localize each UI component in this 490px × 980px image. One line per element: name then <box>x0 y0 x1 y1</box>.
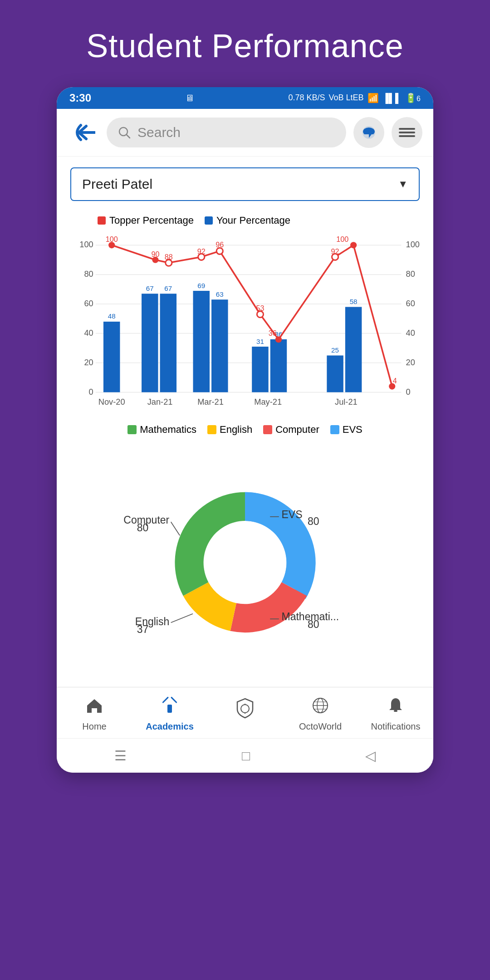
bar-may21a <box>252 347 268 392</box>
svg-text:63: 63 <box>216 290 224 298</box>
svg-rect-57 <box>171 696 177 703</box>
signal-icon: 📶 <box>368 93 379 103</box>
android-menu-button[interactable]: ☰ <box>114 748 127 764</box>
bar-jan21a <box>142 294 158 392</box>
svg-rect-56 <box>162 696 169 703</box>
svg-text:36: 36 <box>269 329 277 337</box>
nav-academics[interactable]: Academics <box>142 696 197 732</box>
android-home-button[interactable]: □ <box>242 748 250 764</box>
topper-legend: Topper Percentage <box>98 215 194 226</box>
main-content: Preeti Patel ▼ Topper Percentage Your Pe… <box>57 157 433 687</box>
dot-100b <box>350 242 357 248</box>
svg-line-1 <box>127 135 130 138</box>
english-color <box>207 425 216 434</box>
subject-legend: Mathematics English Computer EVS <box>70 424 420 436</box>
octoworld-icon <box>311 696 329 719</box>
svg-rect-58 <box>167 705 172 713</box>
svg-text:20: 20 <box>406 358 415 367</box>
octoworld-label: OctoWorld <box>299 721 342 732</box>
signal-bars: ▐▌▌ <box>382 93 402 103</box>
svg-text:0: 0 <box>406 387 411 397</box>
nav-bar: Search <box>57 109 433 157</box>
chat-button[interactable] <box>353 117 384 148</box>
svg-rect-5 <box>399 135 415 137</box>
svg-text:31: 31 <box>256 338 264 345</box>
nav-center[interactable] <box>218 696 272 732</box>
chart-legend: Topper Percentage Your Percentage <box>70 215 420 226</box>
bar-nov20 <box>103 322 120 392</box>
svg-text:88: 88 <box>165 253 173 261</box>
svg-text:80: 80 <box>406 269 415 279</box>
phone-frame: 3:30 🖥 0.78 KB/S VoB LtEB 📶 ▐▌▌ 🔋6 Searc… <box>57 87 433 773</box>
svg-text:60: 60 <box>406 299 415 308</box>
legend-english: English <box>207 424 252 436</box>
svg-text:25: 25 <box>331 346 339 354</box>
svg-rect-4 <box>399 132 415 133</box>
svg-text:92: 92 <box>197 247 206 255</box>
android-nav: ☰ □ ◁ <box>57 738 433 773</box>
svg-text:80: 80 <box>137 522 149 534</box>
nav-octoworld[interactable]: OctoWorld <box>293 696 348 732</box>
search-icon <box>118 126 131 139</box>
dot-36 <box>275 336 282 343</box>
home-label: Home <box>82 721 106 732</box>
your-legend: Your Percentage <box>205 215 290 226</box>
center-shield-icon <box>234 696 256 723</box>
svg-rect-67 <box>394 710 397 712</box>
bell-icon <box>387 696 405 719</box>
android-back-button[interactable]: ◁ <box>365 748 376 764</box>
student-dropdown[interactable]: Preeti Patel ▼ <box>70 167 420 201</box>
svg-point-59 <box>241 705 249 713</box>
svg-text:67: 67 <box>146 284 154 292</box>
svg-text:53: 53 <box>256 304 264 312</box>
svg-text:100: 100 <box>336 235 348 243</box>
svg-text:80: 80 <box>84 269 93 279</box>
evs-label: EVS <box>343 424 363 436</box>
evs-color <box>330 425 339 434</box>
svg-text:100: 100 <box>406 240 420 249</box>
your-color <box>205 216 213 225</box>
bar-line-chart: 100 80 60 40 20 0 100 80 60 40 20 0 <box>70 234 420 417</box>
math-label: Mathematics <box>140 424 196 436</box>
svg-text:96: 96 <box>216 240 224 249</box>
svg-line-52 <box>171 614 193 623</box>
bar-may21b <box>270 339 287 392</box>
svg-text:40: 40 <box>406 328 415 338</box>
svg-text:37: 37 <box>137 624 149 636</box>
computer-label: Computer <box>275 424 319 436</box>
menu-button[interactable] <box>392 117 422 148</box>
notifications-label: Notifications <box>371 721 421 732</box>
academics-label: Academics <box>146 721 194 732</box>
nav-home[interactable]: Home <box>67 696 122 732</box>
svg-line-50 <box>171 522 180 536</box>
bar-mar21b <box>211 299 228 392</box>
page-title: Student Performance <box>86 0 403 87</box>
status-bar: 3:30 🖥 0.78 KB/S VoB LtEB 📶 ▐▌▌ 🔋6 <box>57 87 433 109</box>
status-right: 0.78 KB/S VoB LtEB 📶 ▐▌▌ 🔋6 <box>288 93 421 103</box>
svg-text:40: 40 <box>84 328 93 338</box>
svg-text:20: 20 <box>84 358 93 367</box>
your-label: Your Percentage <box>216 215 290 226</box>
dropdown-arrow-icon: ▼ <box>398 178 408 190</box>
performance-chart: Topper Percentage Your Percentage 100 80… <box>70 210 420 445</box>
bottom-nav: Home Academics <box>57 687 433 738</box>
svg-text:Nov-20: Nov-20 <box>98 397 125 407</box>
bar-jul21a <box>327 355 343 392</box>
math-color <box>127 425 137 434</box>
legend-mathematics: Mathematics <box>127 424 196 436</box>
battery-icon: 🔋6 <box>405 93 421 103</box>
back-button[interactable] <box>68 119 99 146</box>
donut-chart-section: EVS 80 Computer 80 English 37 Mathemati.… <box>70 445 420 676</box>
network-type: VoB LtEB <box>329 93 364 103</box>
topper-label: Topper Percentage <box>109 215 194 226</box>
donut-chart: EVS 80 Computer 80 English 37 Mathemati.… <box>86 458 404 667</box>
bar-jul21b <box>345 307 362 392</box>
academics-icon <box>161 696 179 719</box>
svg-text:4: 4 <box>393 377 397 385</box>
bar-mar21a <box>193 291 210 392</box>
svg-text:100: 100 <box>106 235 118 243</box>
status-time: 3:30 <box>69 92 91 104</box>
nav-notifications[interactable]: Notifications <box>368 696 423 732</box>
search-box[interactable]: Search <box>107 118 346 147</box>
english-label: English <box>220 424 252 436</box>
